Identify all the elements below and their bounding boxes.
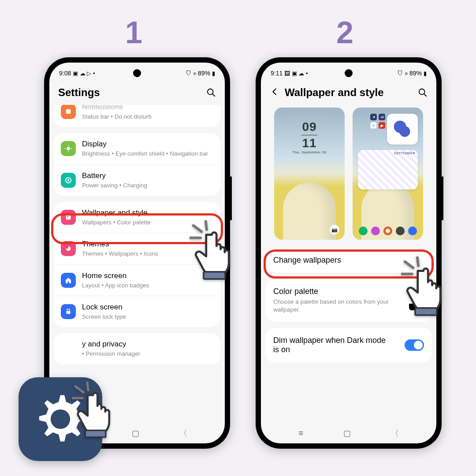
nav-back[interactable]: 〈 (179, 428, 187, 439)
tap-cursor-icon (190, 220, 242, 284)
wallpaper-icon (61, 210, 76, 225)
nav-home[interactable]: ▢ (132, 428, 139, 438)
wifi-icon: ⛉ ⊘ (186, 70, 196, 77)
row-sub: Power saving • Charging (82, 182, 213, 190)
home-screen-preview[interactable]: ✦✉G▶ (353, 108, 423, 240)
themes-icon (61, 241, 76, 256)
row-sub: Status bar • Do not disturb (82, 113, 213, 121)
row-title: Display (82, 139, 213, 149)
search-icon (418, 88, 428, 97)
lock-screen-preview[interactable]: 09 11 Thu, September 26 📷 (274, 108, 345, 240)
lock-clock: 09 11 Thu, September 26 (274, 120, 345, 154)
chevron-left-icon (270, 87, 279, 97)
status-icons: ✦✉G▶ (370, 114, 385, 129)
status-time: 9:08 (59, 70, 71, 77)
row-title: Lock screen (82, 302, 213, 312)
option-sub: Choose a palette based on colors from yo… (273, 298, 404, 314)
svg-rect-10 (66, 215, 71, 220)
settings-item-notifications[interactable]: Notifications Status bar • Do not distur… (54, 105, 220, 127)
tap-cursor-icon (401, 257, 454, 320)
battery-text: 89% (198, 70, 210, 77)
settings-item-display[interactable]: Display Brightness • Eye comfort shield … (54, 133, 220, 164)
step-label-2: 2 (336, 15, 353, 50)
search-button[interactable] (418, 88, 428, 97)
notifications-icon (61, 105, 76, 119)
nav-back[interactable]: 〈 (391, 428, 399, 439)
search-icon (206, 88, 216, 97)
nav-recents[interactable]: ≡ (298, 429, 303, 438)
lock-icon (61, 304, 76, 319)
camera-hole-icon (345, 69, 353, 77)
row-sub: Brightness • Eye comfort shield • Naviga… (82, 150, 213, 158)
camera-hole-icon (133, 69, 141, 77)
row-title: y and privacy (82, 339, 213, 349)
tap-cursor-icon (72, 382, 122, 442)
page-title: Settings (58, 86, 201, 99)
svg-line-1 (212, 94, 215, 97)
camera-shortcut-icon: 📷 (330, 225, 339, 234)
nav-home[interactable]: ▢ (343, 428, 351, 438)
battery-icon: ▮ (212, 70, 215, 77)
back-button[interactable] (270, 87, 279, 98)
svg-rect-2 (66, 109, 71, 114)
status-time: 9:11 (271, 70, 283, 77)
status-left-icons: 🖼 ▣ ☁ • (284, 71, 308, 76)
battery-icon: ▮ (424, 70, 427, 77)
settings-item-battery[interactable]: Battery Power saving • Charging (54, 164, 220, 196)
dim-toggle[interactable] (405, 339, 424, 351)
svg-point-11 (67, 216, 68, 217)
phone-frame-2: 9:11 🖼 ▣ ☁ • ⛉ ⊘ 89% ▮ Wallpaper and sty… (256, 57, 442, 449)
option-dim-wallpaper[interactable]: Dim wallpaper when Dark mode is on (265, 328, 432, 362)
svg-rect-12 (67, 311, 71, 314)
svg-line-14 (424, 94, 427, 97)
battery-row-icon (61, 173, 76, 188)
svg-point-3 (67, 147, 70, 151)
battery-text: 89% (409, 70, 422, 77)
row-title: Wallpaper and style (82, 208, 213, 218)
row-sub: Screen lock type (82, 313, 213, 321)
dock-icons (353, 227, 423, 235)
row-sub: • Permission manager (82, 350, 213, 358)
nav-bar: ≡ ▢ 〈 (261, 423, 436, 443)
settings-item-security[interactable]: y and privacy • Permission manager (54, 333, 220, 364)
widget-art (387, 114, 418, 145)
widget-calendar (358, 150, 418, 190)
app-bar: Wallpaper and style (261, 82, 436, 105)
screen-wallpaper-style: 9:11 🖼 ▣ ☁ • ⛉ ⊘ 89% ▮ Wallpaper and sty… (261, 63, 436, 443)
home-icon (61, 273, 76, 288)
settings-item-lock[interactable]: Lock screen Screen lock type (54, 296, 220, 327)
option-title: Color palette (273, 287, 404, 296)
status-left-icons: ▣ ☁ ▷ • (73, 71, 95, 76)
row-title: Battery (82, 171, 213, 181)
display-icon (61, 141, 76, 156)
app-bar: Settings (49, 82, 225, 105)
wifi-icon: ⛉ ⊘ (397, 70, 408, 77)
option-title: Dim wallpaper when Dark mode is on (273, 336, 392, 354)
page-title: Wallpaper and style (285, 86, 413, 99)
svg-point-9 (67, 179, 70, 182)
row-title: Notifications (82, 105, 213, 112)
step-label-1: 1 (125, 15, 142, 50)
search-button[interactable] (206, 88, 216, 97)
svg-point-19 (51, 409, 70, 429)
